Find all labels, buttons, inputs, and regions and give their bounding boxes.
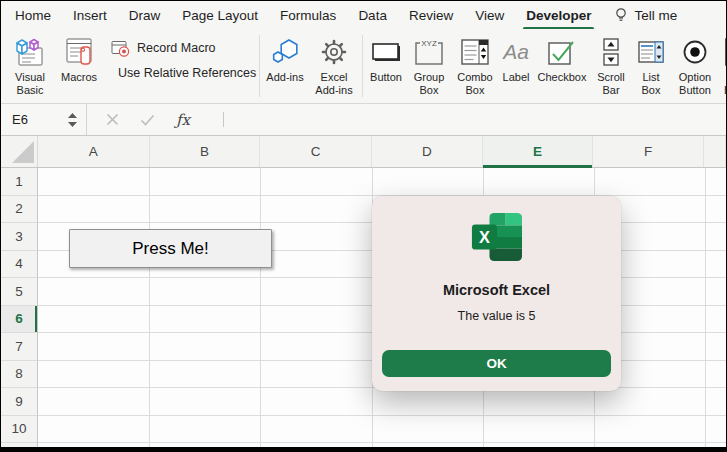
row-header-6[interactable]: 6 — [1, 306, 37, 334]
button-control-icon — [370, 34, 402, 70]
row-header-9[interactable]: 9 — [1, 388, 37, 416]
screen-bottom-edge — [1, 447, 726, 452]
svg-text:Aa: Aa — [501, 40, 529, 63]
ok-button-label: OK — [486, 356, 506, 371]
row-header-10[interactable]: 10 — [1, 416, 37, 444]
visual-basic-button[interactable]: Visual Basic — [7, 34, 53, 97]
formula-input-caret — [223, 112, 224, 127]
add-ins-button[interactable]: Add-ins — [263, 34, 307, 84]
scroll-bar-label: Scroll Bar — [591, 71, 631, 97]
name-box-value: E6 — [12, 112, 28, 127]
menu-tab-data[interactable]: Data — [358, 8, 387, 23]
label-control-icon: Aa — [500, 34, 532, 70]
menubar: HomeInsertDrawPage LayoutFormulasDataRev… — [1, 1, 726, 29]
menu-tab-review[interactable]: Review — [409, 8, 453, 23]
menu-tab-insert[interactable]: Insert — [73, 8, 107, 23]
menu-tab-formulas[interactable]: Formulas — [280, 8, 336, 23]
column-header-E[interactable]: E — [483, 136, 594, 167]
combo-box-icon — [459, 34, 491, 70]
list-box-label: List Box — [632, 71, 670, 97]
dialog-title: Microsoft Excel — [443, 282, 550, 298]
scroll-bar-icon — [595, 34, 627, 70]
menu-tab-draw[interactable]: Draw — [129, 8, 161, 23]
excel-add-ins-button[interactable]: Excel Add-ins — [309, 34, 359, 97]
excel-window: HomeInsertDrawPage LayoutFormulasDataRev… — [0, 0, 727, 452]
lightbulb-icon — [613, 7, 629, 23]
row-header-1[interactable]: 1 — [1, 168, 37, 196]
ribbon-developer: Visual Basic Macros — [1, 29, 726, 104]
record-macro-icon — [111, 39, 130, 57]
enter-check-icon[interactable] — [140, 114, 155, 126]
column-header-A[interactable]: A — [38, 136, 150, 167]
macros-button[interactable]: Macros — [55, 34, 103, 84]
group-box-icon: XYZ — [413, 34, 445, 70]
gridline — [38, 442, 726, 443]
gridline — [149, 168, 150, 452]
checkbox-control[interactable]: Checkbox — [534, 34, 590, 84]
svg-text:X: X — [478, 228, 489, 246]
scroll-bar-control[interactable]: Scroll Bar — [591, 34, 631, 97]
menu-tab-developer[interactable]: Developer — [526, 8, 591, 23]
column-header-partial[interactable] — [704, 136, 726, 167]
gridline — [705, 168, 706, 452]
menu-tab-view[interactable]: View — [475, 8, 504, 23]
svg-text:XYZ: XYZ — [421, 39, 437, 48]
column-header-D[interactable]: D — [372, 136, 483, 167]
alert-dialog: X Microsoft Excel The value is 5 OK — [372, 196, 621, 391]
row-header-5[interactable]: 5 — [1, 278, 37, 306]
group-box-label: Group Box — [407, 71, 451, 97]
list-box-icon — [635, 34, 667, 70]
press-me-label: Press Me! — [132, 239, 209, 259]
combo-box-control[interactable]: Combo Box — [452, 34, 498, 97]
add-ins-icon — [268, 34, 302, 70]
group-box-control[interactable]: XYZ Group Box — [407, 34, 451, 97]
use-relative-references-button[interactable]: Use Relative References — [111, 64, 256, 82]
cancel-icon[interactable] — [106, 113, 119, 126]
insert-function-icon[interactable]: ƒx — [176, 111, 190, 129]
gear-icon — [317, 34, 351, 70]
combo-box-label: Combo Box — [452, 71, 498, 97]
row-headers: 1234567891011 — [1, 168, 38, 452]
column-header-F[interactable]: F — [593, 136, 704, 167]
excel-add-ins-label: Excel Add-ins — [309, 71, 359, 97]
macros-icon — [62, 34, 96, 70]
row-header-4[interactable]: 4 — [1, 251, 37, 279]
gridline — [38, 415, 726, 416]
ok-button[interactable]: OK — [382, 350, 611, 377]
select-all-corner[interactable] — [1, 136, 38, 167]
column-header-B[interactable]: B — [150, 136, 261, 167]
gridline — [260, 168, 261, 452]
label-control[interactable]: Aa Label — [499, 34, 533, 84]
list-box-control[interactable]: List Box — [632, 34, 670, 97]
row-header-8[interactable]: 8 — [1, 361, 37, 389]
macros-label: Macros — [61, 71, 97, 84]
spin-button-control[interactable]: Spin Button — [720, 34, 727, 97]
formula-bar: E6 ƒx — [1, 104, 726, 136]
visual-basic-label: Visual Basic — [7, 71, 53, 97]
record-macro-label: Record Macro — [137, 41, 216, 55]
column-headers: ABCDEF — [1, 136, 726, 168]
record-macro-button[interactable]: Record Macro — [111, 39, 256, 57]
form-button-control[interactable]: Button — [366, 34, 406, 84]
checkbox-label: Checkbox — [538, 71, 587, 84]
row-header-2[interactable]: 2 — [1, 196, 37, 224]
menu-tab-page-layout[interactable]: Page Layout — [182, 8, 258, 23]
option-button-label: Option Button — [671, 71, 719, 97]
tell-me-label: Tell me — [634, 8, 677, 23]
button-control-label: Button — [370, 71, 402, 84]
tell-me[interactable]: Tell me — [613, 7, 677, 23]
select-all-triangle-icon — [5, 137, 37, 167]
press-me-button[interactable]: Press Me! — [69, 229, 272, 268]
label-control-label: Label — [503, 71, 530, 84]
menu-tab-home[interactable]: Home — [15, 8, 51, 23]
row-header-7[interactable]: 7 — [1, 333, 37, 361]
add-ins-label: Add-ins — [266, 71, 303, 84]
name-box[interactable]: E6 — [1, 104, 87, 135]
column-header-C[interactable]: C — [260, 136, 372, 167]
name-box-stepper[interactable] — [68, 113, 77, 127]
option-button-control[interactable]: Option Button — [671, 34, 719, 97]
visual-basic-icon — [13, 34, 47, 70]
row-header-3[interactable]: 3 — [1, 223, 37, 251]
option-button-icon — [679, 34, 711, 70]
dialog-message: The value is 5 — [458, 309, 536, 323]
